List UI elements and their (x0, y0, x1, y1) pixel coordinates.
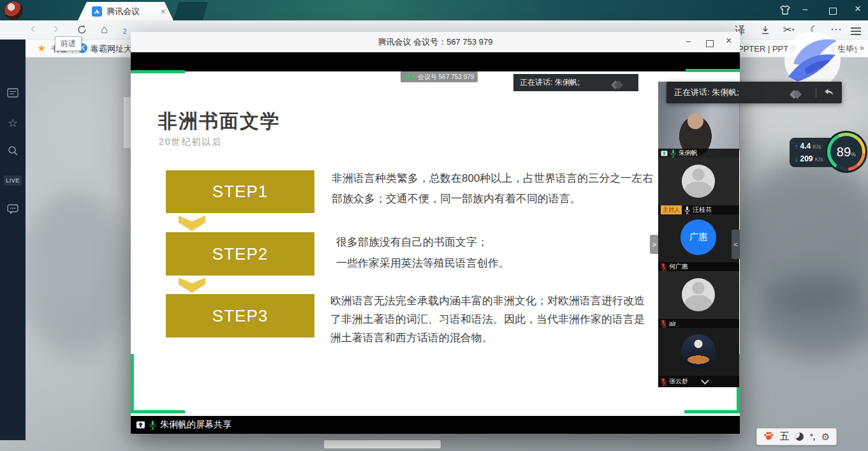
browser-side-panel: ☆ LIVE (0, 40, 26, 440)
ime-wubi-mode[interactable]: 五 (779, 431, 789, 443)
shared-screen-letterbox (131, 52, 740, 71)
user-avatar[interactable] (4, 1, 23, 20)
reply-arrow-icon[interactable] (823, 87, 834, 100)
share-border-segment (684, 410, 740, 413)
new-tab-area[interactable] (173, 2, 208, 20)
share-border-segment (131, 354, 134, 413)
download-arrow-icon: ↓ (795, 155, 798, 163)
tab-title: 腾讯会议 (107, 6, 157, 17)
participant-tile[interactable]: 主持人 汪桂芬 (658, 158, 739, 214)
download-icon[interactable] (760, 25, 770, 38)
mic-on-icon (670, 149, 676, 158)
participant-tile[interactable]: 广惠 何广惠 (658, 214, 739, 271)
photo-avatar (681, 334, 716, 369)
participant-name: 朱俐帆 (679, 149, 698, 158)
participant-name: air (669, 320, 676, 327)
step-arrow-icon (179, 216, 205, 231)
mic-muted-icon (661, 378, 666, 386)
share-border-segment (686, 69, 740, 72)
initial-avatar: 广惠 (680, 219, 716, 255)
screen-share-icon (661, 151, 668, 156)
tab-close-icon[interactable]: × (161, 6, 166, 17)
mic-on-icon (684, 206, 690, 214)
meeting-id-text: 会议号 567 753 979 (418, 73, 474, 82)
search-sidebar-icon[interactable] (0, 145, 26, 156)
meeting-restore-button[interactable] (706, 38, 714, 50)
meeting-window-title: 腾讯会议 会议号：567 753 979 (378, 36, 493, 48)
participant-name: 何广惠 (669, 262, 688, 271)
participant-tile[interactable]: 张云舒 (658, 328, 739, 387)
ime-paw-icon[interactable] (763, 431, 774, 443)
forward-button[interactable]: › (54, 22, 58, 36)
browser-tab[interactable]: 腾讯会议 × (78, 2, 173, 20)
live-icon[interactable]: LIVE (0, 175, 26, 186)
floating-speaking-notice[interactable]: 正在讲话: 朱俐帆; (666, 82, 842, 103)
page-scrollbar-thumb[interactable] (324, 440, 441, 448)
participant-name: 张云舒 (669, 377, 688, 386)
download-speed-value: 209 (800, 154, 813, 163)
favorites-star-icon[interactable]: ☆ (0, 116, 26, 130)
screen-share-icon (136, 421, 145, 429)
step-box-3: STEP3 (166, 294, 314, 337)
ime-punctuation-mode[interactable]: °, (810, 433, 815, 441)
share-border-segment (131, 70, 185, 73)
notification-count: 2 (123, 28, 127, 35)
upload-speed-value: 4.4 (800, 142, 811, 151)
meeting-window-titlebar[interactable]: 腾讯会议 会议号：567 753 979 − × (131, 32, 740, 52)
browser-tab-bar: 腾讯会议 × − × (0, 0, 868, 20)
speaking-notice-text: 正在讲话: 朱俐帆; (666, 87, 739, 98)
participant-tile[interactable]: air (658, 271, 739, 328)
share-border-segment (131, 410, 185, 413)
memory-gauge-widget[interactable]: 89 % (825, 131, 867, 173)
recording-dot-icon (412, 75, 415, 78)
bookmark-star-icon[interactable]: ★ (37, 42, 46, 54)
notes-icon[interactable] (0, 88, 26, 98)
host-badge: 主持人 (661, 205, 682, 215)
meeting-close-button[interactable]: × (726, 35, 732, 47)
bookmark-overflow-icon[interactable]: » (860, 43, 864, 52)
background-blob (19, 191, 134, 357)
page-content-sliver (124, 97, 131, 148)
speaking-notice-text: 正在讲话: 朱俐帆; (513, 77, 580, 88)
feedback-chat-icon[interactable] (0, 204, 26, 215)
screen-share-footer: 朱俐帆的屏幕共享 (131, 416, 740, 434)
browser-close-button[interactable]: × (855, 3, 861, 15)
browser-minimize-button[interactable]: − (802, 4, 808, 15)
shared-slide: 会议号 567 753 979 正在讲话: 朱俐帆; 非洲书面文学 20世纪初以… (131, 71, 740, 416)
upload-speed-unit: K/s (813, 144, 821, 150)
back-button[interactable]: ‹ (31, 22, 35, 36)
browser-restore-button[interactable] (829, 6, 837, 17)
skin-icon[interactable] (779, 4, 791, 18)
refresh-icon[interactable] (77, 24, 87, 38)
speaking-notice: 正在讲话: 朱俐帆; (513, 74, 638, 91)
step-box-2: STEP2 (166, 232, 314, 276)
mic-muted-icon (661, 320, 666, 328)
step-box-1: STEP1 (166, 170, 314, 213)
screen: 腾讯会议 × − × ‹ › ⌂ 2 腾讯会议官网 https://meetin… (0, 0, 868, 451)
input-method-bar: 五 °, ⚙ (756, 428, 837, 445)
home-icon[interactable]: ⌂ (101, 23, 108, 36)
slide-paragraph-3: 欧洲语言无法完全承载内涵丰富的非洲文化；对欧洲语言进行改造 了非洲土著语的词汇、… (330, 292, 645, 347)
panel-expand-handle[interactable]: > (650, 235, 659, 254)
chevron-down-icon[interactable] (701, 376, 709, 385)
main-menu-icon[interactable] (851, 26, 861, 37)
download-speed-unit: K/s (815, 156, 823, 163)
meeting-id-pill[interactable]: 会议号 567 753 979 (401, 71, 478, 82)
meeting-minimize-button[interactable]: − (686, 36, 691, 47)
default-avatar (682, 278, 715, 311)
gauge-value: 89 (837, 145, 851, 159)
gauge-unit: % (851, 151, 856, 158)
ime-settings-gear-icon[interactable]: ⚙ (821, 431, 830, 443)
mic-muted-icon (661, 263, 666, 271)
panel-collapse-handle[interactable]: < (732, 230, 740, 259)
ime-fullhalf-moon-icon[interactable] (795, 433, 804, 441)
forward-tooltip: 前进 (55, 36, 82, 51)
participants-panel: 朱俐帆 主持人 汪桂芬 广惠 何广惠 (658, 82, 739, 387)
default-avatar (682, 165, 715, 198)
step-arrow-icon (179, 277, 205, 293)
slide-paragraph-1: 非洲语言种类繁多，总数在800种以上，占世界语言的三分之一左右 部族众多；交通不… (332, 168, 653, 209)
meeting-logo-watermark (791, 89, 800, 100)
slide-subtitle: 20世纪初以后 (159, 137, 223, 148)
meeting-app-favicon (92, 6, 102, 17)
participant-name: 汪桂芬 (693, 205, 712, 214)
